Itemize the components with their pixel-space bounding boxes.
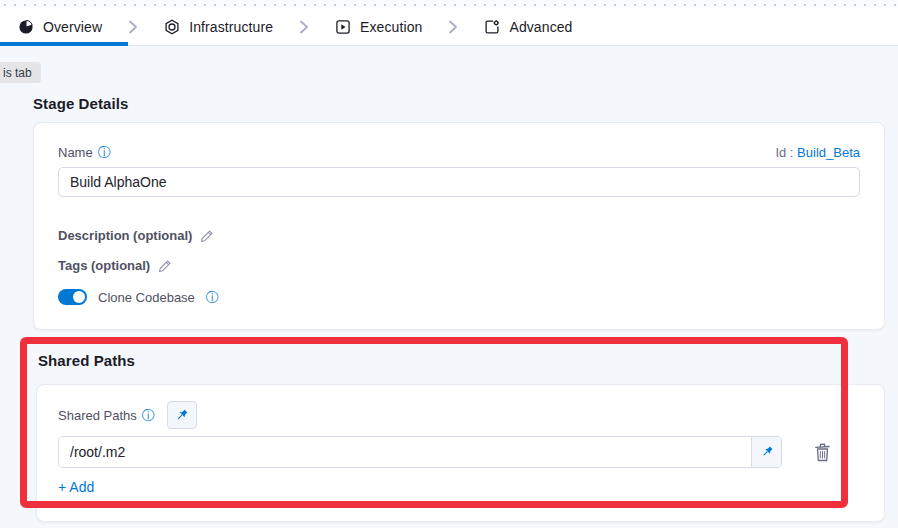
chevron-right-icon [448, 20, 458, 34]
tab-infrastructure[interactable]: Infrastructure [164, 19, 273, 35]
edit-pencil-icon[interactable] [200, 229, 214, 243]
overview-icon [18, 19, 34, 35]
tags-label: Tags (optional) [58, 258, 150, 273]
tab-execution[interactable]: Execution [335, 19, 422, 35]
clone-codebase-toggle[interactable] [58, 289, 87, 305]
tab-advanced-label: Advanced [509, 19, 572, 35]
execution-icon [335, 19, 351, 35]
info-icon[interactable]: ⓘ [98, 146, 111, 159]
shared-paths-card: Shared Paths ⓘ [36, 384, 885, 522]
info-icon[interactable]: ⓘ [206, 291, 219, 304]
stage-details-heading: Stage Details [33, 95, 129, 112]
description-row: Description (optional) [58, 228, 860, 243]
stage-name-input[interactable] [58, 167, 860, 197]
advanced-icon [484, 19, 500, 35]
tab-overview[interactable]: Overview [18, 19, 102, 35]
tags-row: Tags (optional) [58, 258, 860, 273]
tab-overview-label: Overview [43, 19, 102, 35]
edit-pencil-icon[interactable] [158, 259, 172, 273]
description-label: Description (optional) [58, 228, 192, 243]
tab-execution-label: Execution [360, 19, 422, 35]
tab-advanced[interactable]: Advanced [484, 19, 572, 35]
stage-id-link[interactable]: Build_Beta [797, 145, 860, 160]
stage-tabbar: Overview Infrastructure Execution [0, 8, 898, 46]
infrastructure-icon [164, 19, 180, 35]
clone-codebase-row: Clone Codebase ⓘ [58, 289, 860, 305]
chevron-right-icon [299, 20, 309, 34]
info-icon[interactable]: ⓘ [142, 409, 155, 422]
pin-icon[interactable] [751, 437, 781, 467]
name-field-label: Name ⓘ [58, 145, 111, 160]
active-tab-underline [0, 42, 128, 46]
clipped-tooltip-text: is tab [3, 66, 32, 80]
clone-codebase-label: Clone Codebase [98, 290, 195, 305]
add-path-button[interactable]: + Add [58, 479, 94, 495]
clipped-tooltip: is tab [0, 62, 41, 83]
shared-path-input-group [58, 436, 782, 468]
pipeline-canvas-strip [0, 0, 898, 8]
stage-id: Id : Build_Beta [775, 145, 860, 160]
shared-path-input[interactable] [59, 437, 751, 467]
stage-details-card: Name ⓘ Id : Build_Beta Description (opti… [33, 122, 885, 330]
delete-path-button[interactable] [813, 442, 832, 463]
stage-id-label: Id : [775, 145, 793, 160]
tab-infrastructure-label: Infrastructure [189, 19, 273, 35]
pin-button[interactable] [167, 401, 197, 429]
chevron-right-icon [128, 20, 138, 34]
shared-paths-heading: Shared Paths [38, 352, 135, 369]
shared-paths-field-label: Shared Paths ⓘ [58, 408, 155, 423]
